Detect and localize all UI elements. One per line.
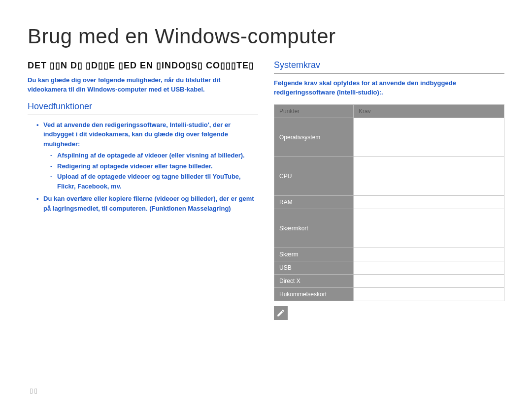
table-row-value xyxy=(354,118,504,157)
right-intro-text: Følgende krav skal opfyldes for at anven… xyxy=(274,79,504,97)
table-row-label: CPU xyxy=(274,157,354,195)
table-row-value xyxy=(354,248,504,261)
right-subheading: Systemkrav xyxy=(274,60,504,74)
section-heading: DET ▯▯N D▯ ▯D▯▯E ▯ED EN ▯INDO▯S▯ CO▯▯▯TE… xyxy=(28,60,258,71)
left-column: DET ▯▯N D▯ ▯D▯▯E ▯ED EN ▯INDO▯S▯ CO▯▯▯TE… xyxy=(28,60,258,320)
left-subheading: Hovedfunktioner xyxy=(28,101,258,115)
table-row: Skærm xyxy=(274,248,504,261)
table-row-label: Operativsystem xyxy=(274,118,354,157)
table-row: CPU xyxy=(274,157,504,195)
page-number: ▯▯ xyxy=(30,387,38,394)
feature-sublist: Afspilning af de optagede af videoer (el… xyxy=(43,151,258,191)
feature-item: Du kan overføre eller kopiere filerne (v… xyxy=(36,194,258,213)
table-row-label: RAM xyxy=(274,195,354,209)
left-intro-text: Du kan glæde dig over følgende mulighede… xyxy=(28,76,258,94)
feature-item: Ved at anvende den redigeringssoftware, … xyxy=(36,120,258,191)
table-row-label: Hukommelseskort xyxy=(274,287,354,301)
feature-list: Ved at anvende den redigeringssoftware, … xyxy=(28,120,258,214)
table-row: Hukommelseskort xyxy=(274,287,504,301)
feature-subitem: Redigering af optagede videoer eller tag… xyxy=(50,161,258,171)
table-row: Direct X xyxy=(274,274,504,287)
table-row-label: Direct X xyxy=(274,274,354,287)
table-row: Operativsystem xyxy=(274,118,504,157)
pencil-icon xyxy=(276,309,285,317)
table-row-label: Skærmkort xyxy=(274,209,354,248)
table-row-value xyxy=(354,274,504,287)
table-row-label: USB xyxy=(274,261,354,274)
table-head-left: Punkter xyxy=(274,104,354,118)
table-head-right: Krav xyxy=(354,104,504,118)
page-title: Brug med en Windows-computer xyxy=(28,25,504,48)
table-row-value xyxy=(354,209,504,248)
two-column-layout: DET ▯▯N D▯ ▯D▯▯E ▯ED EN ▯INDO▯S▯ CO▯▯▯TE… xyxy=(28,60,504,320)
table-row-value xyxy=(354,195,504,209)
document-page: Brug med en Windows-computer DET ▯▯N D▯ … xyxy=(0,0,532,407)
note-icon xyxy=(274,306,288,320)
table-row-value xyxy=(354,287,504,301)
requirements-table: Punkter Krav OperativsystemCPURAMSkærmko… xyxy=(274,104,504,301)
feature-item-lead: Ved at anvende den redigeringssoftware, … xyxy=(43,121,231,148)
table-row: Skærmkort xyxy=(274,209,504,248)
table-row-value xyxy=(354,157,504,195)
section-heading-text: DET ▯▯N D▯ ▯D▯▯E ▯ED EN ▯INDO▯S▯ CO▯▯▯TE… xyxy=(28,61,254,70)
table-row-value xyxy=(354,261,504,274)
feature-subitem: Upload af de optagede videoer og tagne b… xyxy=(50,172,258,191)
table-row-label: Skærm xyxy=(274,248,354,261)
table-row: RAM xyxy=(274,195,504,209)
right-column: Systemkrav Følgende krav skal opfyldes f… xyxy=(274,60,504,320)
table-row: USB xyxy=(274,261,504,274)
feature-subitem: Afspilning af de optagede af videoer (el… xyxy=(50,151,258,160)
